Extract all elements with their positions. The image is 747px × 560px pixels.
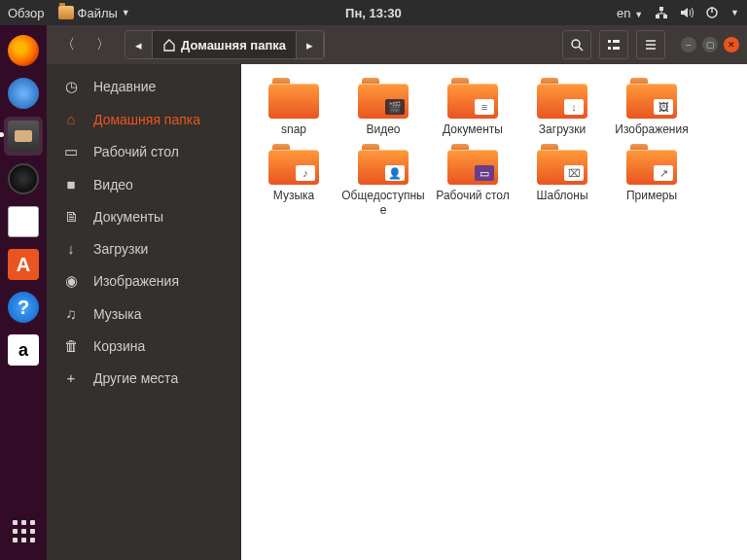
folder-label: Общедоступные — [341, 189, 425, 217]
pathbar-current[interactable]: Домашняя папка — [153, 31, 297, 58]
maximize-button[interactable]: ▢ — [702, 37, 718, 52]
activities-button[interactable]: Обзор — [8, 6, 45, 20]
thunderbird-icon — [8, 78, 39, 109]
help-icon: ? — [8, 292, 39, 323]
plus-icon: + — [62, 369, 80, 386]
folder-emblem-icon: ↗ — [654, 165, 673, 181]
svg-rect-10 — [613, 47, 620, 50]
show-applications-button[interactable] — [4, 511, 43, 550]
home-icon: ⌂ — [62, 111, 80, 127]
folder-emblem-icon: 🖼 — [654, 99, 673, 115]
list-view-icon — [607, 38, 621, 52]
headerbar: 〈 〉 ◂ Домашняя папка ▸ – ▢ — [47, 25, 747, 64]
folder-item[interactable]: ↓Загрузки — [519, 78, 605, 136]
svg-rect-2 — [663, 15, 667, 18]
download-icon: ↓ — [62, 240, 80, 257]
folder-item[interactable]: snap — [251, 78, 337, 136]
home-icon — [162, 38, 176, 52]
forward-button[interactable]: 〉 — [89, 31, 117, 58]
folder-item[interactable]: 👤Общедоступные — [340, 144, 426, 217]
sidebar-item-videos[interactable]: ■Видео — [47, 168, 241, 200]
folder-item[interactable]: 🎬Видео — [340, 78, 426, 136]
rhythmbox-icon — [8, 163, 39, 194]
sidebar-item-music[interactable]: ♫Музыка — [47, 298, 241, 330]
volume-icon[interactable] — [680, 6, 694, 19]
dock-help[interactable]: ? — [4, 288, 43, 327]
files-app-icon — [8, 121, 39, 152]
folder-label: Музыка — [273, 189, 314, 202]
dock-amazon[interactable]: a — [4, 331, 43, 369]
close-button[interactable]: ✕ — [724, 37, 739, 52]
folder-icon — [268, 78, 319, 119]
folder-icon: ⌧ — [537, 144, 587, 185]
video-icon: ■ — [62, 176, 80, 192]
folder-item[interactable]: ≡Документы — [430, 78, 516, 136]
view-toggle-button[interactable] — [599, 30, 628, 59]
sidebar-item-home[interactable]: ⌂Домашняя папка — [47, 103, 241, 135]
svg-line-6 — [579, 47, 583, 51]
dock-software[interactable]: A — [4, 245, 43, 284]
folder-item[interactable]: ▭Рабочий стол — [430, 144, 516, 217]
folder-icon: 🖼 — [626, 78, 677, 119]
places-sidebar: ◷Недавние ⌂Домашняя папка ▭Рабочий стол … — [47, 64, 241, 560]
language-indicator[interactable]: en ▼ — [617, 6, 643, 20]
sidebar-item-documents[interactable]: 🗎Документы — [47, 200, 241, 232]
music-icon: ♫ — [62, 305, 80, 322]
search-button[interactable] — [562, 30, 591, 59]
folder-emblem-icon: ⌧ — [564, 165, 584, 181]
folder-label: Рабочий стол — [436, 189, 509, 202]
folder-label: Видео — [366, 122, 400, 136]
desktop-icon: ▭ — [62, 143, 80, 160]
hamburger-icon — [644, 38, 658, 52]
sidebar-item-trash[interactable]: 🗑Корзина — [47, 330, 241, 362]
libreoffice-icon — [8, 206, 39, 237]
folder-icon: 👤 — [358, 144, 409, 185]
files-icon — [58, 6, 74, 19]
sidebar-item-downloads[interactable]: ↓Загрузки — [47, 232, 241, 264]
minimize-button[interactable]: – — [681, 37, 696, 52]
folder-label: Шаблоны — [536, 189, 587, 202]
clock[interactable]: Пн, 13:30 — [130, 6, 617, 20]
pathbar-next[interactable]: ▸ — [297, 31, 324, 58]
trash-icon: 🗑 — [62, 337, 80, 354]
folder-label: Документы — [443, 122, 503, 136]
software-center-icon: A — [8, 249, 39, 280]
dock: A ? a — [0, 25, 47, 560]
pathbar[interactable]: ◂ Домашняя папка ▸ — [124, 30, 325, 59]
folder-emblem-icon: ♪ — [296, 165, 315, 181]
svg-rect-9 — [613, 40, 620, 43]
sidebar-item-other[interactable]: +Другие места — [47, 362, 241, 394]
folder-emblem-icon: ▭ — [475, 165, 494, 181]
dock-thunderbird[interactable] — [4, 74, 43, 113]
folder-item[interactable]: ↗Примеры — [609, 144, 694, 217]
folder-emblem-icon: ≡ — [475, 99, 494, 115]
files-window: 〈 〉 ◂ Домашняя папка ▸ – ▢ — [47, 25, 747, 560]
folder-item[interactable]: ⌧Шаблоны — [519, 144, 605, 217]
hamburger-menu-button[interactable] — [636, 30, 665, 59]
icon-view[interactable]: snap🎬Видео≡Документы↓Загрузки🖼Изображени… — [241, 64, 747, 560]
network-icon[interactable] — [655, 6, 668, 19]
dock-files[interactable] — [4, 117, 43, 156]
folder-label: Загрузки — [539, 122, 586, 136]
dock-libreoffice[interactable] — [4, 202, 43, 241]
app-menu-files[interactable]: Файлы ▼ — [58, 6, 130, 20]
power-icon[interactable] — [705, 6, 719, 19]
camera-icon: ◉ — [62, 272, 80, 290]
dock-firefox[interactable] — [4, 31, 43, 70]
dock-rhythmbox[interactable] — [4, 159, 43, 198]
chevron-down-icon: ▼ — [122, 8, 130, 18]
pathbar-prev[interactable]: ◂ — [125, 31, 153, 58]
svg-rect-7 — [608, 40, 611, 43]
folder-item[interactable]: ♪Музыка — [251, 144, 337, 217]
clock-icon: ◷ — [62, 78, 80, 95]
document-icon: 🗎 — [62, 208, 80, 225]
back-button[interactable]: 〈 — [54, 31, 82, 58]
sidebar-item-pictures[interactable]: ◉Изображения — [47, 264, 241, 298]
amazon-icon: a — [8, 334, 39, 366]
sidebar-item-recent[interactable]: ◷Недавние — [47, 70, 241, 103]
folder-label: Изображения — [615, 122, 688, 136]
svg-rect-0 — [659, 7, 663, 11]
system-menu-chevron[interactable]: ▼ — [730, 8, 739, 18]
folder-item[interactable]: 🖼Изображения — [609, 78, 694, 136]
sidebar-item-desktop[interactable]: ▭Рабочий стол — [47, 135, 241, 168]
